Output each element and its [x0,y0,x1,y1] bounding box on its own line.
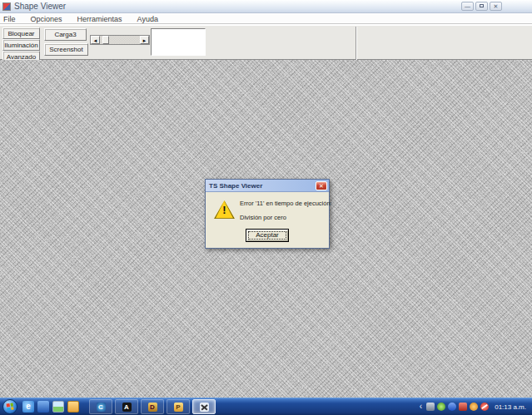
carga3-button[interactable]: Carga3 [44,28,87,41]
error-message-line1: Error '11' en tiempo de ejecución: [240,200,332,207]
aceptar-button[interactable]: Aceptar [246,229,289,242]
system-tray: ‹ 01:13 a.m. [418,403,532,411]
media-player-icon[interactable] [37,401,49,413]
update-icon[interactable] [470,403,478,411]
photo-viewer-icon[interactable] [52,401,64,413]
taskbar-app-buttons: C A D P [89,399,216,414]
toolbar-divider [355,27,357,60]
app2-icon: A [122,403,132,412]
taskbar-app-4[interactable]: P [167,399,190,414]
antivirus-icon[interactable] [437,403,445,411]
screenshot-button[interactable]: Screenshot [44,43,88,56]
windows-flag-icon [6,403,13,410]
app4-icon: P [174,403,183,412]
taskbar-app-shapeviewer-active[interactable] [192,399,216,414]
menu-herramientas[interactable]: Herramientas [70,15,130,23]
taskbar-app-1[interactable]: C [89,399,112,414]
maximize-button[interactable] [475,2,488,11]
scroll-left-icon[interactable]: ◄ [91,36,100,44]
warning-exclamation: ! [222,202,226,219]
app-icon [2,2,11,11]
window-title: Shape Viewer [14,2,66,11]
warning-icon: ! [214,200,235,219]
info-textbox[interactable] [151,28,206,56]
tray-chevron-icon[interactable]: ‹ [418,403,424,411]
start-button[interactable] [2,399,17,414]
network-icon[interactable] [426,403,435,411]
taskbar: e C A D P ‹ 01:13 a.m. [0,398,532,415]
taskbar-app-3[interactable]: D [141,399,164,414]
bluetooth-icon[interactable] [448,403,456,411]
scrollbar-track[interactable] [100,36,140,44]
app1-icon: C [97,403,106,412]
menu-file[interactable]: File [0,15,23,23]
window-titlebar: Shape Viewer — ✕ [0,0,532,13]
tray-app-icon[interactable] [459,403,467,411]
minimize-button[interactable]: — [461,2,474,11]
menubar: File Opciones Herramientas Ayuda [0,14,532,24]
dialog-titlebar[interactable]: TS Shape Viewer ✕ [206,180,329,192]
taskbar-clock[interactable]: 01:13 a.m. [491,403,529,411]
toolbar: Bloquear Iluminación Avanzado Carga3 Scr… [0,25,532,60]
zoom-scrollbar[interactable]: ◄ ► [90,35,150,45]
shape-viewer-icon [200,403,209,412]
dialog-title: TS Shape Viewer [206,182,316,190]
taskbar-app-2[interactable]: A [115,399,138,414]
close-button[interactable]: ✕ [490,2,502,11]
app3-icon: D [148,403,157,412]
explorer-folder-icon[interactable] [67,401,79,413]
dialog-close-button[interactable]: ✕ [316,181,327,190]
maximize-icon [480,4,484,7]
scroll-right-icon[interactable]: ► [140,36,149,44]
internet-explorer-icon[interactable]: e [22,401,34,413]
window-controls: — ✕ [461,2,502,11]
bloquear-button[interactable]: Bloquear [2,27,40,39]
blocked-status-icon[interactable] [480,403,489,411]
dialog-body: ! Error '11' en tiempo de ejecución: Div… [206,192,329,249]
menu-ayuda[interactable]: Ayuda [130,15,166,23]
iluminacion-button[interactable]: Iluminación [2,39,40,51]
error-dialog: TS Shape Viewer ✕ ! Error '11' en tiempo… [205,179,330,249]
menu-opciones[interactable]: Opciones [23,15,70,23]
desktop: Shape Viewer — ✕ File Opciones Herramien… [0,0,532,415]
scrollbar-thumb[interactable] [102,36,109,44]
error-message-line2: División por cero [240,214,286,221]
